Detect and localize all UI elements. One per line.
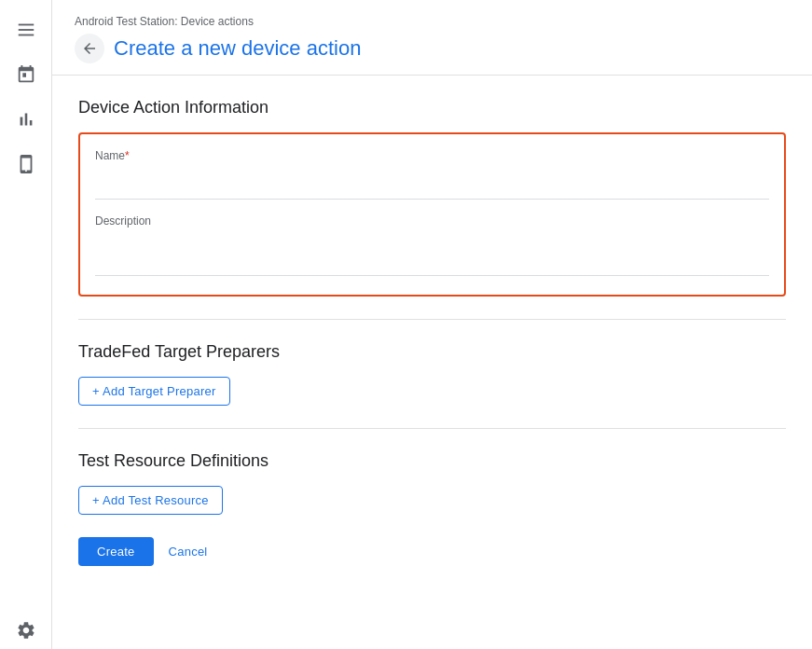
- add-target-preparer-button[interactable]: + Add Target Preparer: [78, 377, 230, 406]
- description-field-group: Description: [95, 214, 769, 280]
- sidebar-icon-settings[interactable]: [7, 612, 45, 649]
- description-label: Description: [95, 214, 769, 228]
- content-area: Device Action Information Name* Descript…: [52, 76, 812, 588]
- sidebar-icon-phone[interactable]: [7, 145, 45, 183]
- breadcrumb: Android Test Station: Device actions: [75, 15, 790, 28]
- main-content: Android Test Station: Device actions Cre…: [52, 0, 812, 649]
- name-field-group: Name*: [95, 149, 769, 200]
- page-title: Create a new device action: [114, 36, 361, 61]
- divider-2: [78, 428, 786, 429]
- divider-1: [78, 319, 786, 320]
- test-resource-section-title: Test Resource Definitions: [78, 451, 786, 471]
- cancel-button[interactable]: Cancel: [158, 537, 219, 566]
- form-actions: Create Cancel: [78, 537, 786, 566]
- tradefed-section: TradeFed Target Preparers + Add Target P…: [78, 342, 786, 406]
- page-header: Android Test Station: Device actions Cre…: [52, 0, 812, 76]
- add-test-resource-button[interactable]: + Add Test Resource: [78, 486, 223, 515]
- test-resource-section: Test Resource Definitions + Add Test Res…: [78, 451, 786, 515]
- svg-rect-1: [18, 29, 34, 31]
- sidebar-icon-calendar[interactable]: [7, 56, 45, 93]
- name-label: Name*: [95, 149, 769, 162]
- tradefed-section-title: TradeFed Target Preparers: [78, 342, 786, 362]
- svg-rect-2: [18, 35, 34, 36]
- sidebar: [0, 0, 52, 649]
- back-button[interactable]: [75, 34, 104, 63]
- device-action-info-title: Device Action Information: [78, 98, 786, 117]
- description-input[interactable]: [95, 231, 769, 276]
- name-input[interactable]: [95, 166, 769, 200]
- sidebar-icon-list[interactable]: [7, 11, 45, 48]
- svg-rect-0: [18, 24, 34, 26]
- create-button[interactable]: Create: [78, 537, 154, 566]
- device-action-form-card: Name* Description: [78, 132, 786, 297]
- sidebar-icon-chart[interactable]: [7, 101, 45, 138]
- device-action-info-section: Device Action Information Name* Descript…: [78, 98, 786, 297]
